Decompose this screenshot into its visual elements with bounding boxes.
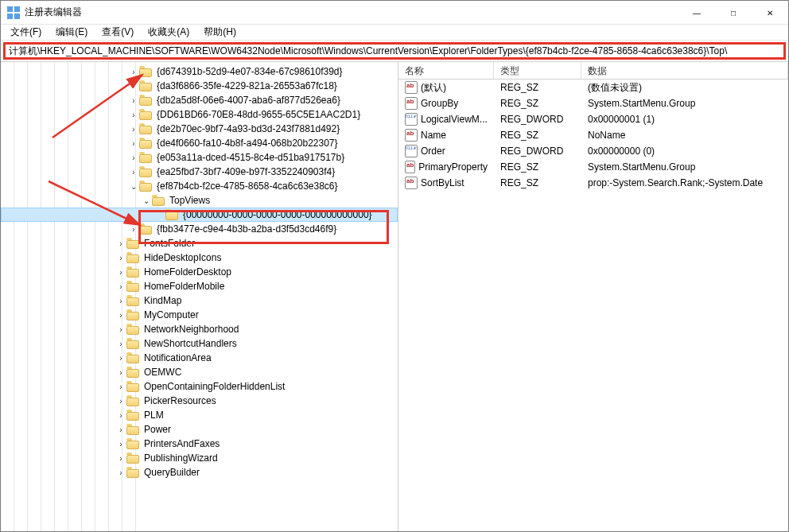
tree-item-folder[interactable]: ›QueryBuilder: [1, 465, 398, 480]
value-row[interactable]: NameREG_SZNoName: [398, 127, 788, 143]
menu-edit[interactable]: 编辑(E): [49, 25, 94, 40]
regedit-window: 注册表编辑器 — □ ✕ 文件(F) 编辑(E) 查看(V) 收藏夹(A) 帮助…: [0, 0, 789, 532]
value-row[interactable]: LogicalViewM...REG_DWORD0x00000001 (1): [398, 111, 788, 127]
expander-icon[interactable]: ›: [115, 379, 126, 394]
menu-help[interactable]: 帮助(H): [197, 25, 243, 40]
expander-icon[interactable]: ›: [115, 250, 126, 265]
tree-item-open-guid[interactable]: ⌄{ef87b4cb-f2ce-4785-8658-4ca6c63e38c6}: [1, 179, 398, 193]
close-button[interactable]: ✕: [752, 1, 788, 25]
expander-icon[interactable]: ›: [115, 422, 126, 437]
expander-icon[interactable]: ›: [128, 165, 139, 179]
tree-item-folder[interactable]: ›NewShortcutHandlers: [1, 336, 398, 351]
folder-icon: [126, 395, 139, 406]
tree-item-guid[interactable]: ›{fbb3477e-c9e4-4b3b-a2ba-d3f5d3cd46f9}: [1, 222, 398, 236]
tree-item-guid[interactable]: ›{de4f0660-fa10-4b8f-a494-068b20b22307}: [1, 136, 398, 150]
menu-favorites[interactable]: 收藏夹(A): [142, 25, 196, 40]
value-row[interactable]: SortByListREG_SZprop:-System.Search.Rank…: [398, 175, 788, 191]
column-data[interactable]: 数据: [581, 62, 788, 79]
tree-item-folder[interactable]: ›NotificationArea: [1, 351, 398, 365]
tree-item-folder[interactable]: ›PublishingWizard: [1, 451, 398, 465]
expander-icon[interactable]: ›: [115, 236, 126, 250]
expander-icon[interactable]: ›: [115, 322, 126, 336]
tree-item-folder[interactable]: ›HideDesktopIcons: [1, 250, 398, 265]
tree-label: {DD61BD66-70E8-48dd-9655-65C5E1AAC2D1}: [155, 109, 362, 120]
expander-icon[interactable]: ›: [115, 437, 126, 451]
tree-pane[interactable]: ›{d674391b-52d9-4e07-834e-67c98610f39d} …: [1, 62, 398, 531]
expander-icon[interactable]: ›: [115, 293, 126, 308]
expander-icon[interactable]: ›: [128, 93, 139, 107]
value-row[interactable]: GroupByREG_SZSystem.StartMenu.Group: [398, 95, 788, 111]
value-type: REG_SZ: [494, 161, 581, 173]
value-data: System.StartMenu.Group: [581, 98, 788, 109]
string-value-icon: [405, 129, 418, 142]
expander-icon[interactable]: ›: [115, 336, 126, 351]
expander-open-icon[interactable]: ⌄: [128, 179, 139, 193]
tree-item-guid[interactable]: ›{e053a11a-dced-4515-8c4e-d51ba917517b}: [1, 150, 398, 165]
tree-item-folder[interactable]: ›HomeFolderDesktop: [1, 265, 398, 279]
tree-item-folder[interactable]: ›PickerResources: [1, 394, 398, 408]
minimize-button[interactable]: —: [678, 1, 715, 25]
value-row[interactable]: OrderREG_DWORD0x00000000 (0): [398, 143, 788, 159]
expander-icon[interactable]: ›: [128, 107, 139, 122]
tree-item-guid[interactable]: ›{da3f6866-35fe-4229-821a-26553a67fc18}: [1, 79, 398, 93]
tree-item-topviews[interactable]: ⌄TopViews: [1, 193, 398, 208]
menu-view[interactable]: 查看(V): [95, 25, 140, 40]
folder-icon: [139, 181, 152, 192]
string-value-icon: [405, 97, 418, 110]
tree-label: {db2a5d8f-06e6-4007-aba6-af877d526ea6}: [155, 95, 342, 106]
expander-icon[interactable]: ›: [115, 394, 126, 408]
titlebar[interactable]: 注册表编辑器 — □ ✕: [1, 1, 788, 25]
expander-icon[interactable]: ›: [128, 122, 139, 136]
tree-item-selected[interactable]: {00000000-0000-0000-0000-000000000000}: [1, 208, 398, 222]
value-name: GroupBy: [421, 98, 458, 109]
address-bar[interactable]: 计算机\HKEY_LOCAL_MACHINE\SOFTWARE\WOW6432N…: [3, 42, 786, 60]
expander-open-icon[interactable]: ⌄: [141, 193, 152, 208]
tree-item-folder[interactable]: ›PLM: [1, 408, 398, 422]
value-row[interactable]: PrimaryPropertyREG_SZSystem.StartMenu.Gr…: [398, 159, 788, 175]
expander-icon[interactable]: ›: [128, 136, 139, 150]
expander-icon[interactable]: ›: [115, 465, 126, 480]
expander-icon[interactable]: ›: [115, 351, 126, 365]
folder-icon: [126, 467, 139, 478]
expander-icon[interactable]: ›: [115, 408, 126, 422]
column-type[interactable]: 类型: [494, 62, 581, 79]
expander-icon[interactable]: ›: [115, 365, 126, 379]
expander-icon[interactable]: ›: [115, 265, 126, 279]
tree-label: OEMWC: [142, 367, 183, 378]
expander-icon[interactable]: ›: [128, 79, 139, 93]
tree-item-folder[interactable]: ›PrintersAndFaxes: [1, 437, 398, 451]
values-header: 名称 类型 数据: [398, 62, 788, 80]
expander-icon[interactable]: ›: [115, 308, 126, 322]
tree-item-guid[interactable]: ›{db2a5d8f-06e6-4007-aba6-af877d526ea6}: [1, 93, 398, 107]
expander-icon[interactable]: ›: [115, 279, 126, 293]
tree-item-folder[interactable]: ›NetworkNeighborhood: [1, 322, 398, 336]
tree-item-guid[interactable]: ›{ea25fbd7-3bf7-409e-b97f-3352240903f4}: [1, 165, 398, 179]
tree-item-folder[interactable]: ›MyComputer: [1, 308, 398, 322]
maximize-button[interactable]: □: [715, 1, 752, 25]
tree-item-folder[interactable]: ›OpenContainingFolderHiddenList: [1, 379, 398, 394]
tree-item-guid[interactable]: ›{d674391b-52d9-4e07-834e-67c98610f39d}: [1, 64, 398, 79]
tree-item-folder[interactable]: ›KindMap: [1, 293, 398, 308]
expander-icon[interactable]: ›: [128, 222, 139, 236]
folder-icon: [126, 352, 139, 363]
tree-label: {e053a11a-dced-4515-8c4e-d51ba917517b}: [155, 152, 346, 163]
tree-item-guid[interactable]: ›{DD61BD66-70E8-48dd-9655-65C5E1AAC2D1}: [1, 107, 398, 122]
value-name-cell: Name: [398, 129, 494, 142]
tree-item-folder[interactable]: ›OEMWC: [1, 365, 398, 379]
tree-label: HomeFolderMobile: [142, 281, 226, 292]
expander-icon[interactable]: ›: [128, 64, 139, 79]
address-text: 计算机\HKEY_LOCAL_MACHINE\SOFTWARE\WOW6432N…: [9, 45, 727, 58]
column-name[interactable]: 名称: [398, 62, 494, 79]
tree-item-folder[interactable]: ›HomeFolderMobile: [1, 279, 398, 293]
value-name: Name: [421, 130, 446, 141]
value-name-cell: SortByList: [398, 177, 494, 189]
tree-item-folder[interactable]: ›Power: [1, 422, 398, 437]
menu-file[interactable]: 文件(F): [4, 25, 48, 40]
value-row[interactable]: (默认)REG_SZ(数值未设置): [398, 80, 788, 95]
expander-icon[interactable]: ›: [115, 451, 126, 465]
tree-item-folder[interactable]: ›FontsFolder: [1, 236, 398, 250]
tree-label: MyComputer: [142, 309, 200, 320]
folder-icon: [126, 338, 139, 349]
tree-item-guid[interactable]: ›{de2b70ec-9bf7-4a93-bd3d-243f7881d492}: [1, 122, 398, 136]
expander-icon[interactable]: ›: [128, 150, 139, 165]
